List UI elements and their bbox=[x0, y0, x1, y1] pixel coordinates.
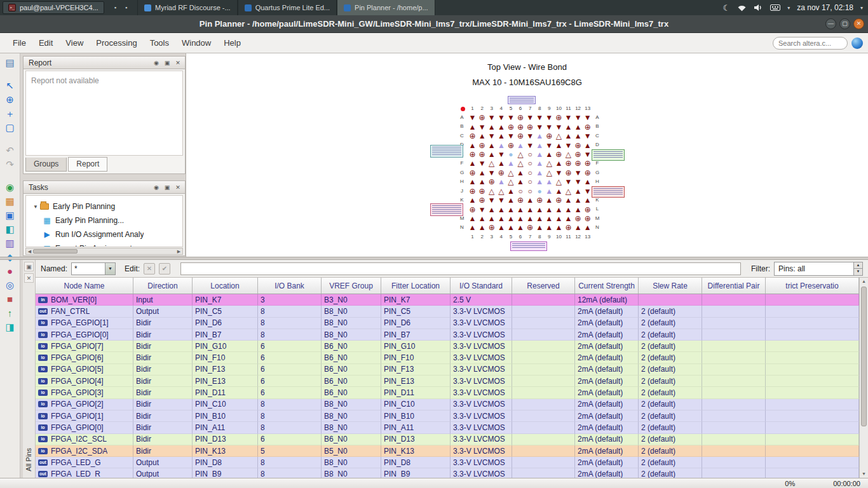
menu-processing[interactable]: Processing bbox=[90, 35, 143, 51]
all-pins-tab[interactable]: All Pins bbox=[25, 448, 32, 471]
package-pin[interactable]: ▲ bbox=[545, 205, 554, 214]
package-pin[interactable]: ▲ bbox=[573, 187, 583, 196]
package-pin[interactable]: ▲ bbox=[487, 205, 496, 214]
package-pin[interactable]: ▼ bbox=[573, 113, 583, 122]
package-pin[interactable]: △ bbox=[487, 187, 496, 196]
scroll-left-icon[interactable]: ◀ bbox=[26, 249, 33, 254]
window-titlebar[interactable]: Pin Planner - /home/paul/LimeSDR-Mini_GW… bbox=[0, 15, 868, 33]
package-pin[interactable]: △ bbox=[506, 168, 515, 177]
package-pin[interactable]: ▼ bbox=[545, 122, 554, 131]
package-pin[interactable]: ⊕ bbox=[545, 132, 554, 140]
package-pin[interactable]: ▼ bbox=[526, 132, 535, 140]
package-pin[interactable]: ▲ bbox=[515, 168, 525, 177]
package-pin[interactable]: ▲ bbox=[573, 205, 583, 214]
settings-icon[interactable]: ◨ bbox=[2, 320, 18, 334]
package-pin[interactable]: ▲ bbox=[496, 177, 506, 186]
package-pin[interactable]: ⊕ bbox=[583, 214, 592, 223]
scrollbar-thumb[interactable] bbox=[33, 249, 78, 254]
package-pin[interactable]: ▲ bbox=[554, 214, 564, 223]
package-pin[interactable]: ▼ bbox=[564, 177, 573, 186]
package-pin[interactable]: △ bbox=[496, 187, 506, 196]
ball-map-icon[interactable]: ● bbox=[2, 264, 18, 278]
bga-view-icon[interactable]: ◎ bbox=[2, 278, 18, 292]
package-pin[interactable]: ▲ bbox=[496, 132, 506, 140]
package-pin[interactable]: ▲ bbox=[554, 187, 564, 196]
package-pin[interactable]: △ bbox=[554, 132, 564, 140]
column-header[interactable]: Fitter Location bbox=[381, 278, 451, 294]
package-pin[interactable]: ▲ bbox=[506, 214, 515, 223]
pin-row[interactable]: outFAN_CTRLOutputPIN_C58B8_N0PIN_C53.3-V… bbox=[36, 306, 859, 317]
package-pin[interactable]: ⊕ bbox=[468, 205, 477, 214]
package-pin[interactable]: ▲ bbox=[526, 196, 535, 205]
expander-icon[interactable]: ▼ bbox=[31, 204, 40, 210]
package-pin[interactable]: ▼ bbox=[477, 205, 487, 214]
package-pin[interactable]: ⊕ bbox=[583, 205, 592, 214]
scrollbar-thumb[interactable] bbox=[861, 287, 867, 426]
package-pin[interactable]: ⊕ bbox=[573, 150, 583, 159]
collapse-pane-icon[interactable]: ▣ bbox=[24, 262, 34, 271]
package-pin[interactable]: ⊕ bbox=[477, 150, 487, 159]
maximize-button[interactable]: ▢ bbox=[839, 18, 850, 29]
tab-groups[interactable]: Groups bbox=[25, 158, 67, 172]
pin-row[interactable]: ioFPGA_GPIO[5]BidirPIN_F136B6_N0PIN_F133… bbox=[36, 364, 859, 376]
minimize-button[interactable]: — bbox=[825, 18, 836, 29]
undo-icon[interactable]: ↶ bbox=[2, 144, 18, 158]
package-pin[interactable]: ▲ bbox=[535, 150, 545, 159]
package-pin[interactable]: ● bbox=[535, 187, 545, 196]
package-pin[interactable]: △ bbox=[515, 150, 525, 159]
package-pin[interactable]: ▼ bbox=[535, 122, 545, 131]
volume-icon[interactable] bbox=[754, 4, 763, 11]
package-pin[interactable]: ▼ bbox=[506, 132, 515, 140]
package-pin[interactable]: ▲ bbox=[545, 223, 554, 232]
package-pin[interactable]: ▲ bbox=[506, 159, 515, 168]
package-pin[interactable]: ▲ bbox=[564, 196, 573, 205]
package-pin[interactable]: ▼ bbox=[583, 132, 592, 140]
wifi-icon[interactable] bbox=[737, 4, 747, 11]
task-item[interactable]: ▼Early Pin Planning bbox=[26, 200, 182, 214]
keyboard-layout-icon[interactable] bbox=[770, 4, 780, 11]
package-pin[interactable]: ▼ bbox=[487, 132, 496, 140]
package-pin[interactable]: ▲ bbox=[477, 168, 487, 177]
package-pin[interactable]: ○ bbox=[526, 159, 535, 168]
package-pin[interactable]: △ bbox=[554, 177, 564, 186]
package-pin[interactable]: ▲ bbox=[477, 177, 487, 186]
package-pin[interactable]: △ bbox=[515, 159, 525, 168]
package-pin[interactable]: ▼ bbox=[487, 168, 496, 177]
filter-spin-buttons[interactable]: ▲▼ bbox=[853, 262, 862, 275]
pin-row[interactable]: ioFPGA_I2C_SDABidirPIN_K135B5_N0PIN_K133… bbox=[36, 445, 859, 457]
package-pin[interactable]: ▲ bbox=[545, 214, 554, 223]
pin-row[interactable]: ioFPGA_EGPIO[0]BidirPIN_B78B8_N0PIN_B73.… bbox=[36, 329, 859, 341]
clock[interactable]: za nov 17, 02:18 bbox=[797, 3, 853, 12]
float-dock-icon[interactable]: ▣ bbox=[163, 183, 172, 192]
pin-row[interactable]: ioFPGA_GPIO[3]BidirPIN_D116B6_N0PIN_D113… bbox=[36, 387, 859, 398]
package-pin[interactable]: ▼ bbox=[496, 150, 506, 159]
package-pin[interactable]: ▲ bbox=[535, 132, 545, 140]
package-pin[interactable]: ⊕ bbox=[496, 168, 506, 177]
package-pin[interactable]: ▲ bbox=[468, 214, 477, 223]
column-header[interactable]: Differential Pair bbox=[702, 278, 766, 294]
float-dock-icon[interactable]: ▣ bbox=[163, 58, 172, 67]
package-pin[interactable]: ⊕ bbox=[554, 150, 564, 159]
package-pin[interactable]: ▲ bbox=[535, 168, 545, 177]
package-pin[interactable]: ⊕ bbox=[477, 113, 487, 122]
package-pin[interactable]: ▲ bbox=[496, 122, 506, 131]
close-button[interactable]: ✕ bbox=[853, 18, 864, 29]
package-pin[interactable]: ⊕ bbox=[515, 113, 525, 122]
selection-cursor-icon[interactable]: ↖ bbox=[2, 79, 18, 93]
menu-view[interactable]: View bbox=[59, 35, 90, 51]
package-pin[interactable]: ▲ bbox=[496, 159, 506, 168]
package-pin[interactable]: ▲ bbox=[535, 214, 545, 223]
package-pin[interactable]: ▲ bbox=[506, 187, 515, 196]
legend-icon[interactable]: ■ bbox=[2, 292, 18, 306]
package-pin[interactable]: ▲ bbox=[545, 177, 554, 186]
edit-value-field[interactable] bbox=[180, 262, 741, 275]
package-pin[interactable]: ▲ bbox=[535, 177, 545, 186]
package-pin[interactable]: ▲ bbox=[554, 159, 564, 168]
package-pin[interactable]: ▲ bbox=[468, 122, 477, 131]
redo-icon[interactable]: ↷ bbox=[2, 158, 18, 172]
package-pin[interactable]: ▲ bbox=[583, 223, 592, 232]
spin-down-icon[interactable]: ▼ bbox=[854, 269, 862, 275]
named-filter-combo[interactable]: * ▼ bbox=[71, 262, 116, 275]
tasks-horizontal-scrollbar[interactable]: ◀ ▶ bbox=[25, 248, 183, 255]
pin-row[interactable]: ioFPGA_GPIO[2]BidirPIN_C108B8_N0PIN_C103… bbox=[36, 399, 859, 410]
